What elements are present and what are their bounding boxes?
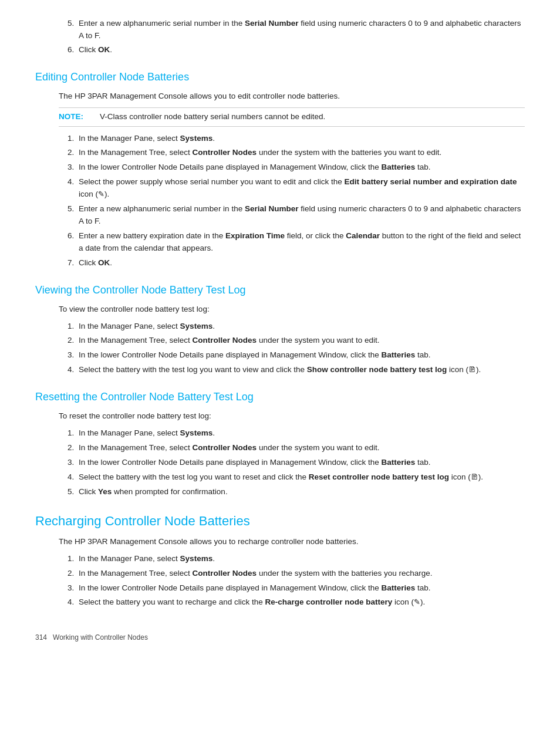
editing-item-2: In the Management Tree, select Controlle… <box>76 147 525 159</box>
recharging-item-3: In the lower Controller Node Details pan… <box>76 582 525 595</box>
editing-heading: Editing Controller Node Batteries <box>35 69 525 86</box>
editing-bold-2: Controller Nodes <box>193 148 257 157</box>
viewing-item-4: Select the battery with the test log you… <box>76 364 525 376</box>
footer-label: Working with Controller Nodes <box>53 633 148 642</box>
footer-page: 314 <box>35 633 47 642</box>
resetting-item-4: Select the battery with the test log you… <box>76 471 525 484</box>
top-item-6-post: . <box>110 45 112 54</box>
top-item-5-bold: Serial Number <box>245 19 299 28</box>
recharging-bold-4: Re-charge controller node battery <box>265 598 392 606</box>
top-item-6-pre: Click <box>79 45 98 54</box>
top-item-6-bold: OK <box>98 45 110 54</box>
resetting-item-5: Click Yes when prompted for confirmation… <box>76 486 525 498</box>
viewing-bold-4: Show controller node battery test log <box>307 365 447 374</box>
recharging-item-1: In the Manager Pane, select Systems. <box>76 553 525 565</box>
resetting-item-3: In the lower Controller Node Details pan… <box>76 457 525 469</box>
resetting-item-1: In the Manager Pane, select Systems. <box>76 427 525 440</box>
resetting-bold-3: Batteries <box>382 458 416 467</box>
resetting-bold-2: Controller Nodes <box>193 443 257 452</box>
recharging-bold-1: Systems <box>180 554 213 563</box>
recharging-bold-3: Batteries <box>382 583 416 592</box>
recharge-icon: ✎ <box>414 598 420 606</box>
viewing-intro: To view the controller node battery test… <box>59 303 525 316</box>
viewing-heading: Viewing the Controller Node Battery Test… <box>35 282 525 299</box>
recharging-item-4: Select the battery you want to recharge … <box>76 596 525 609</box>
viewing-item-3: In the lower Controller Node Details pan… <box>76 349 525 362</box>
resetting-list: In the Manager Pane, select Systems. In … <box>76 427 525 498</box>
editing-bold-6a: Expiration Time <box>225 231 285 240</box>
recharging-intro: The HP 3PAR Management Console allows yo… <box>59 536 525 548</box>
reset-log-icon: 🖹 <box>471 472 478 481</box>
edit-icon: ✎ <box>98 190 104 198</box>
viewing-bold-2: Controller Nodes <box>193 336 257 345</box>
resetting-bold-5: Yes <box>98 487 112 496</box>
resetting-heading: Resetting the Controller Node Battery Te… <box>35 389 525 406</box>
editing-bold-7: OK <box>98 258 110 267</box>
editing-bold-4: Edit battery serial number and expiratio… <box>345 177 517 186</box>
editing-item-6: Enter a new battery expiration date in t… <box>76 230 525 255</box>
editing-bold-6b: Calendar <box>346 231 380 240</box>
editing-item-5: Enter a new alphanumeric serial number i… <box>76 203 525 228</box>
viewing-list: In the Manager Pane, select Systems. In … <box>76 320 525 377</box>
editing-note-text: V-Class controller node battery serial n… <box>100 111 325 123</box>
editing-list: In the Manager Pane, select Systems. In … <box>76 133 525 269</box>
recharging-list: In the Manager Pane, select Systems. In … <box>76 553 525 609</box>
viewing-item-2: In the Management Tree, select Controlle… <box>76 335 525 347</box>
editing-bold-3: Batteries <box>382 163 416 171</box>
resetting-intro: To reset the controller node battery tes… <box>59 410 525 423</box>
top-item-6: Click OK. <box>76 44 525 56</box>
resetting-bold-4: Reset controller node battery test log <box>309 472 449 481</box>
viewing-bold-3: Batteries <box>382 350 416 359</box>
resetting-item-2: In the Management Tree, select Controlle… <box>76 442 525 454</box>
resetting-bold-1: Systems <box>180 428 213 437</box>
top-numbered-list: Enter a new alphanumeric serial number i… <box>76 18 525 56</box>
footer: 314 Working with Controller Nodes <box>35 632 525 643</box>
editing-note-box: NOTE: V-Class controller node battery se… <box>59 107 525 127</box>
editing-item-4: Select the power supply whose serial num… <box>76 176 525 201</box>
viewing-bold-1: Systems <box>180 322 213 330</box>
recharging-heading: Recharging Controller Node Batteries <box>35 511 525 531</box>
editing-note-label: NOTE: <box>59 111 100 123</box>
recharging-bold-2: Controller Nodes <box>193 569 257 578</box>
editing-bold-1: Systems <box>180 134 213 143</box>
editing-intro: The HP 3PAR Management Console allows yo… <box>59 90 525 103</box>
editing-item-7: Click OK. <box>76 257 525 269</box>
editing-item-1: In the Manager Pane, select Systems. <box>76 133 525 145</box>
show-log-icon: 🖹 <box>468 365 476 374</box>
top-item-5: Enter a new alphanumeric serial number i… <box>76 18 525 42</box>
editing-item-3: In the lower Controller Node Details pan… <box>76 161 525 174</box>
top-item-5-pre: Enter a new alphanumeric serial number i… <box>79 19 245 28</box>
editing-bold-5: Serial Number <box>245 204 299 213</box>
viewing-item-1: In the Manager Pane, select Systems. <box>76 320 525 333</box>
recharging-item-2: In the Management Tree, select Controlle… <box>76 568 525 580</box>
